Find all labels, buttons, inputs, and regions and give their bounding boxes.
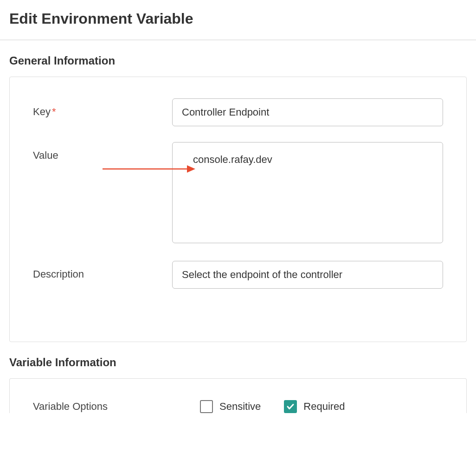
page-title: Edit Environment Variable xyxy=(0,0,476,40)
value-textarea[interactable]: console.rafay.dev xyxy=(172,142,443,243)
general-information-heading: General Information xyxy=(9,54,467,67)
key-label-text: Key xyxy=(33,106,51,117)
key-input[interactable] xyxy=(172,98,443,126)
key-field-row: Key* xyxy=(33,98,443,126)
variable-options-label: Variable Options xyxy=(33,401,172,413)
general-information-panel: Key* Value console.rafay.dev Description xyxy=(9,77,467,342)
check-icon xyxy=(286,402,295,411)
sensitive-checkbox-box xyxy=(200,400,213,413)
variable-information-section: Variable Information Variable Options Se… xyxy=(0,342,476,413)
description-label: Description xyxy=(33,261,172,280)
value-field-row: Value console.rafay.dev xyxy=(33,142,443,245)
key-label: Key* xyxy=(33,98,172,118)
required-checkbox-label: Required xyxy=(303,401,345,413)
value-label: Value xyxy=(33,142,172,162)
variable-options-group: Sensitive Required xyxy=(200,400,345,413)
description-field-row: Description xyxy=(33,261,443,289)
required-checkbox[interactable]: Required xyxy=(284,400,345,413)
required-checkbox-box xyxy=(284,400,297,413)
variable-options-row: Variable Options Sensitive xyxy=(33,400,443,413)
variable-information-heading: Variable Information xyxy=(9,356,467,369)
sensitive-checkbox[interactable]: Sensitive xyxy=(200,400,261,413)
sensitive-checkbox-label: Sensitive xyxy=(219,401,261,413)
description-input[interactable] xyxy=(172,261,443,289)
general-information-section: General Information Key* Value console.r… xyxy=(0,40,476,342)
variable-information-panel: Variable Options Sensitive xyxy=(9,378,467,413)
required-star-icon: * xyxy=(52,106,56,117)
